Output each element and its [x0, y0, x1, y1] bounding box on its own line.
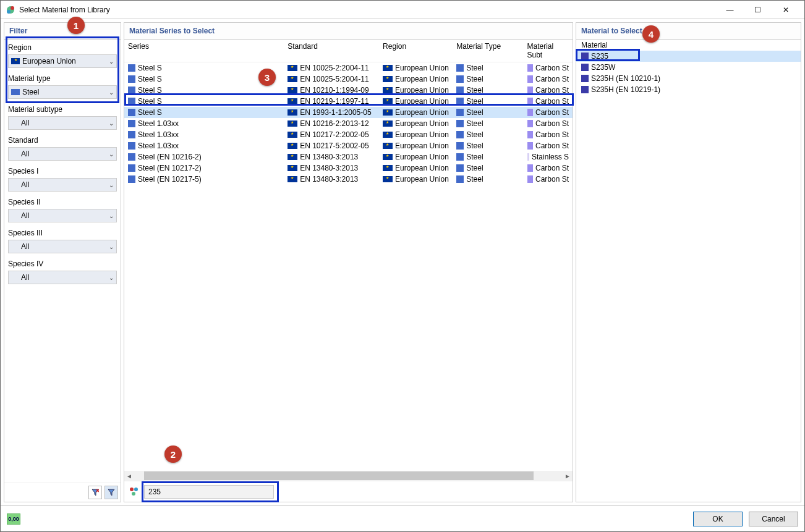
ok-button[interactable]: OK	[693, 512, 743, 526]
series-grid-header: Series Standard Region Material Type Mat…	[124, 40, 573, 62]
subtype-icon	[527, 142, 533, 150]
series-row[interactable]: Steel SEN 10025-5:2004-11European UnionS…	[124, 74, 573, 85]
steel-icon	[456, 142, 464, 150]
steel-icon	[456, 75, 464, 83]
region-label: Region	[8, 43, 117, 52]
material-subtype-select[interactable]: All ⌄	[8, 116, 117, 130]
svg-point-2	[7, 10, 11, 14]
material-row[interactable]: S235H (EN 10219-1)	[576, 84, 801, 95]
horizontal-scrollbar[interactable]: ◄ ►	[124, 471, 573, 481]
chevron-down-icon: ⌄	[109, 213, 114, 219]
eu-flag-icon	[383, 120, 393, 127]
species3-label: Species III	[8, 229, 117, 237]
steel-icon	[456, 131, 464, 138]
subtype-icon	[527, 87, 533, 94]
steel-icon	[128, 175, 135, 183]
col-material-subtype[interactable]: Material Subt	[524, 40, 573, 62]
standard-label: Standard	[8, 136, 117, 145]
chevron-down-icon: ⌄	[109, 120, 114, 127]
scrollbar-thumb[interactable]	[144, 471, 534, 480]
chevron-down-icon: ⌄	[109, 243, 114, 250]
region-select[interactable]: European Union ⌄	[8, 54, 117, 68]
material-row[interactable]: S235	[576, 51, 801, 62]
species2-label: Species II	[8, 198, 117, 206]
units-button[interactable]: 0,00	[7, 513, 20, 525]
callout-3: 3	[258, 69, 276, 86]
chevron-down-icon: ⌄	[109, 151, 114, 158]
species2-select[interactable]: All ⌄	[8, 209, 117, 222]
species3-select[interactable]: All ⌄	[8, 240, 117, 253]
chevron-down-icon: ⌄	[109, 89, 114, 96]
apply-filter-button[interactable]	[104, 486, 118, 499]
clear-filter-button[interactable]	[88, 486, 102, 499]
standard-select[interactable]: All ⌄	[8, 147, 117, 161]
steel-icon	[456, 175, 464, 183]
steel-icon	[128, 98, 135, 105]
material-row[interactable]: S235H (EN 10210-1)	[576, 73, 801, 84]
close-button[interactable]: ✕	[772, 1, 799, 19]
subtype-icon	[527, 120, 533, 127]
eu-flag-icon	[383, 154, 393, 160]
material-icon	[581, 86, 589, 93]
subtype-icon	[527, 98, 533, 105]
steel-icon	[456, 109, 464, 116]
steel-icon	[128, 153, 135, 161]
eu-flag-icon	[383, 76, 393, 82]
steel-icon	[456, 164, 464, 172]
material-icon	[581, 64, 589, 71]
eu-flag-icon	[383, 132, 393, 138]
eu-flag-icon	[288, 109, 297, 116]
material-icon	[581, 75, 589, 82]
callout-4: 4	[642, 25, 660, 43]
scroll-left-icon[interactable]: ◄	[124, 473, 134, 479]
species1-select[interactable]: All ⌄	[8, 178, 117, 192]
series-row[interactable]: Steel 1.03xxEN 10216-2:2013-12European U…	[124, 118, 573, 129]
series-row[interactable]: Steel SEN 10219-1:1997-11European UnionS…	[124, 96, 573, 107]
material-type-select[interactable]: Steel ⌄	[8, 85, 117, 99]
eu-flag-icon	[288, 98, 297, 104]
series-row[interactable]: Steel 1.03xxEN 10217-2:2002-05European U…	[124, 129, 573, 140]
eu-flag-icon	[288, 76, 297, 82]
series-row[interactable]: Steel 1.03xxEN 10217-5:2002-05European U…	[124, 140, 573, 151]
maximize-button[interactable]: ☐	[744, 1, 772, 19]
steel-icon	[456, 64, 464, 72]
eu-flag-icon	[383, 109, 393, 116]
steel-icon	[128, 109, 135, 116]
eu-flag-icon	[288, 87, 297, 93]
eu-flag-icon	[288, 143, 297, 149]
col-series[interactable]: Series	[124, 40, 284, 62]
col-standard[interactable]: Standard	[284, 40, 379, 62]
series-row[interactable]: Steel (EN 10217-5)EN 13480-3:2013Europea…	[124, 174, 573, 185]
eu-flag-icon	[383, 65, 393, 71]
species4-select[interactable]: All ⌄	[8, 271, 117, 284]
series-row[interactable]: Steel SEN 1993-1-1:2005-05European Union…	[124, 107, 573, 118]
eu-flag-icon	[288, 165, 297, 171]
funnel-clear-icon	[92, 489, 99, 496]
cancel-button[interactable]: Cancel	[749, 512, 798, 526]
material-panel: Material to Select Material S235S235WS23…	[576, 22, 801, 502]
steel-icon	[128, 64, 135, 72]
series-row[interactable]: Steel (EN 10216-2)EN 13480-3:2013Europea…	[124, 151, 573, 163]
scroll-right-icon[interactable]: ►	[563, 473, 573, 479]
subtype-icon	[527, 75, 533, 83]
col-region[interactable]: Region	[379, 40, 453, 62]
subtype-icon	[527, 109, 533, 116]
series-row[interactable]: Steel SEN 10025-2:2004-11European UnionS…	[124, 62, 573, 74]
series-row[interactable]: Steel (EN 10217-2)EN 13480-3:2013Europea…	[124, 163, 573, 174]
series-header: Material Series to Select	[124, 23, 573, 40]
text-search-icon[interactable]	[128, 486, 140, 498]
material-icon	[581, 53, 589, 60]
titlebar: Select Material from Library — ☐ ✕	[1, 1, 804, 19]
material-header: Material to Select	[576, 23, 801, 40]
species1-label: Species I	[8, 167, 117, 175]
series-row[interactable]: Steel SEN 10210-1:1994-09European UnionS…	[124, 85, 573, 96]
svg-point-6	[134, 488, 138, 491]
steel-icon	[11, 89, 20, 95]
material-row[interactable]: S235W	[576, 62, 801, 73]
material-col-header: Material	[576, 40, 801, 51]
eu-flag-icon	[383, 165, 393, 171]
minimize-button[interactable]: —	[716, 1, 744, 19]
search-input[interactable]	[144, 485, 274, 499]
eu-flag-icon	[288, 120, 297, 127]
col-material-type[interactable]: Material Type	[453, 40, 523, 62]
